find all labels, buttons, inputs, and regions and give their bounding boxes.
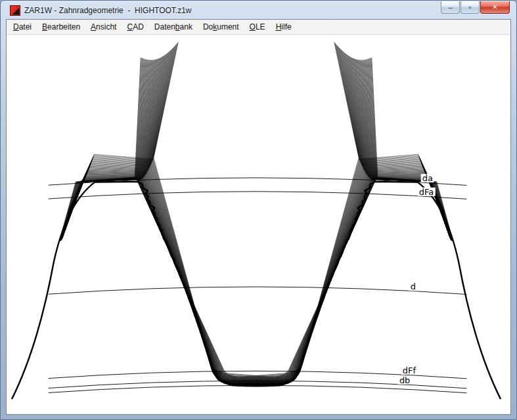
minimize-button[interactable]: –: [441, 1, 460, 14]
menu-item-ole[interactable]: OLE: [244, 20, 271, 33]
diameter-label-da: da: [422, 173, 433, 183]
menu-bar: DateiBearbeitenAnsichtCADDatenbankDokume…: [7, 20, 510, 35]
close-button[interactable]: ✕: [480, 1, 510, 14]
menu-item-cad[interactable]: CAD: [122, 20, 148, 33]
app-window: ZAR1W - Zahnradgeometrie - HIGHTOOT.z1w …: [0, 0, 517, 420]
client-area: DateiBearbeitenAnsichtCADDatenbankDokume…: [6, 19, 511, 415]
title-bar[interactable]: ZAR1W - Zahnradgeometrie - HIGHTOOT.z1w …: [6, 1, 511, 19]
diameter-labels: dadFaddFfdb: [398, 173, 436, 385]
window-controls: – ▫ ✕: [440, 1, 510, 14]
gear-tooth-outline: [12, 182, 501, 399]
diameter-arcs: [49, 178, 467, 393]
window-title: ZAR1W - Zahnradgeometrie - HIGHTOOT.z1w: [24, 6, 192, 15]
generation-lines: [59, 42, 453, 385]
app-icon: [10, 5, 20, 16]
maximize-button[interactable]: ▫: [461, 1, 480, 14]
menu-item-hilfe[interactable]: Hilfe: [271, 20, 297, 33]
menu-item-bearbeiten[interactable]: Bearbeiten: [37, 20, 85, 33]
diameter-label-db: db: [399, 375, 410, 385]
menu-item-dokument[interactable]: Dokument: [198, 20, 244, 33]
gear-geometry-plot: dadFaddFfdb: [7, 35, 510, 414]
menu-item-ansicht[interactable]: Ansicht: [85, 20, 122, 33]
drawing-canvas[interactable]: dadFaddFfdb: [7, 35, 510, 414]
menu-item-datei[interactable]: Datei: [8, 20, 37, 33]
diameter-label-dFf: dFf: [403, 366, 416, 375]
menu-item-datenbank[interactable]: Datenbank: [149, 20, 198, 33]
diameter-label-dFa: dFa: [419, 187, 434, 197]
diameter-label-d: d: [411, 282, 416, 291]
